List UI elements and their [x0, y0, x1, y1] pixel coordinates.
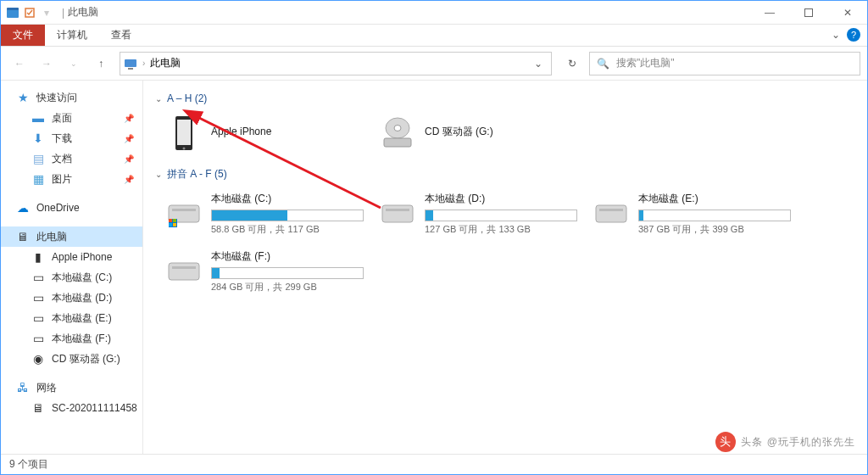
- sidebar-this-pc[interactable]: 🖥此电脑: [1, 226, 142, 247]
- svg-rect-7: [177, 120, 191, 145]
- ribbon-chevron-icon[interactable]: ⌄: [832, 29, 840, 41]
- phone-icon: ▮: [31, 250, 45, 264]
- svg-rect-11: [384, 138, 411, 147]
- chevron-down-icon: ⌄: [155, 170, 162, 179]
- minimize-button[interactable]: —: [750, 1, 789, 25]
- ribbon-tabs: 文件 计算机 查看 ⌄ ?: [1, 25, 867, 47]
- titlebar: ▾ | 此电脑 — ✕: [1, 1, 867, 25]
- address-dropdown-icon[interactable]: ⌄: [534, 58, 542, 70]
- drive-icon: ▭: [31, 332, 45, 345]
- svg-rect-18: [173, 223, 176, 226]
- cd-icon: ◉: [31, 352, 45, 366]
- svg-rect-5: [128, 68, 133, 70]
- sidebar-item-drive-f[interactable]: ▭本地磁盘 (F:): [1, 328, 142, 349]
- drive-icon: [593, 195, 630, 232]
- star-icon: ★: [16, 91, 30, 104]
- capacity-bar: [425, 210, 577, 221]
- nav-up-button[interactable]: ↑: [89, 52, 113, 75]
- download-icon: ⬇: [31, 131, 45, 145]
- sidebar-item-cd-drive[interactable]: ◉CD 驱动器 (G:): [1, 349, 142, 369]
- sidebar-network-pc[interactable]: 🖥SC-202011111458: [1, 398, 142, 418]
- svg-rect-21: [596, 205, 626, 222]
- refresh-button[interactable]: ↻: [559, 52, 586, 75]
- sidebar-item-downloads[interactable]: ⬇下载📌: [1, 128, 142, 148]
- drive-item[interactable]: 本地磁盘 (C:)58.8 GB 可用，共 117 GB: [162, 188, 365, 239]
- capacity-bar: [211, 267, 364, 279]
- sidebar-network[interactable]: 🖧网络: [1, 377, 142, 398]
- svg-rect-13: [172, 209, 196, 211]
- svg-rect-17: [169, 223, 172, 226]
- statusbar: 9 个项目: [1, 454, 867, 474]
- sidebar-item-desktop[interactable]: ▬桌面📌: [1, 108, 142, 128]
- drive-icon: ▭: [31, 271, 45, 284]
- svg-point-8: [183, 148, 186, 150]
- drive-icon: [165, 253, 203, 290]
- drive-item[interactable]: 本地磁盘 (E:)387 GB 可用，共 399 GB: [589, 188, 793, 239]
- sidebar-quick-access[interactable]: ★ 快速访问: [1, 87, 142, 108]
- nav-back-button[interactable]: ←: [8, 52, 31, 75]
- svg-rect-19: [382, 205, 413, 222]
- help-icon[interactable]: ?: [847, 28, 860, 42]
- chevron-right-icon: ›: [142, 59, 145, 68]
- drive-icon: ▭: [31, 311, 45, 325]
- drive-item[interactable]: 本地磁盘 (F:)284 GB 可用，共 299 GB: [162, 246, 365, 297]
- documents-icon: ▤: [31, 152, 45, 165]
- svg-rect-0: [7, 9, 19, 18]
- sidebar-item-pictures[interactable]: ▦图片📌: [1, 169, 142, 189]
- maximize-button[interactable]: [789, 1, 828, 25]
- device-apple-iphone[interactable]: Apple iPhone: [162, 111, 365, 155]
- device-cd-drive[interactable]: CD 驱动器 (G:): [376, 111, 579, 155]
- capacity-bar: [638, 210, 791, 221]
- nav-recent-chevron-icon[interactable]: ⌄: [62, 52, 86, 75]
- sidebar-item-iphone[interactable]: ▮Apple iPhone: [1, 247, 142, 267]
- cloud-icon: ☁: [16, 201, 30, 215]
- svg-rect-15: [169, 219, 172, 222]
- qat-properties-icon[interactable]: [23, 6, 36, 20]
- navbar: ← → ⌄ ↑ › 此电脑 ⌄ ↻ 🔍 搜索"此电脑": [1, 47, 867, 81]
- svg-rect-3: [805, 8, 813, 16]
- pin-icon: 📌: [124, 154, 134, 164]
- pc-icon: 🖥: [31, 401, 45, 415]
- drive-item[interactable]: 本地磁盘 (D:)127 GB 可用，共 133 GB: [376, 188, 579, 239]
- cd-drive-icon: [379, 115, 416, 152]
- sidebar-item-documents[interactable]: ▤文档📌: [1, 148, 142, 169]
- svg-rect-22: [599, 209, 623, 211]
- svg-rect-16: [173, 219, 176, 222]
- svg-rect-20: [386, 209, 409, 211]
- qat: ▾: [1, 6, 58, 20]
- title-separator: |: [62, 7, 64, 19]
- svg-point-10: [394, 126, 401, 131]
- tab-computer[interactable]: 计算机: [45, 25, 99, 46]
- pin-icon: 📌: [124, 134, 134, 143]
- sidebar-item-drive-e[interactable]: ▭本地磁盘 (E:): [1, 308, 142, 328]
- network-icon: 🖧: [16, 381, 30, 394]
- search-placeholder: 搜索"此电脑": [616, 56, 675, 70]
- address-bar[interactable]: › 此电脑 ⌄: [120, 52, 552, 75]
- phone-device-icon: [165, 115, 203, 152]
- svg-rect-23: [169, 263, 199, 280]
- sidebar-item-drive-d[interactable]: ▭本地磁盘 (D:): [1, 288, 142, 308]
- drive-icon: ▭: [31, 291, 45, 305]
- item-count: 9 个项目: [9, 457, 48, 472]
- drive-icon: [165, 195, 203, 232]
- pc-icon: [124, 57, 137, 70]
- app-icon: [6, 6, 19, 20]
- sidebar-item-drive-c[interactable]: ▭本地磁盘 (C:): [1, 267, 142, 288]
- main-content: ⌄ A – H (2) Apple iPhone CD 驱动器 (G:) ⌄ 拼…: [143, 81, 867, 454]
- sidebar: ★ 快速访问 ▬桌面📌 ⬇下载📌 ▤文档📌 ▦图片📌 ☁OneDrive 🖥此电…: [1, 81, 143, 454]
- address-text: 此电脑: [150, 56, 181, 70]
- close-button[interactable]: ✕: [828, 1, 867, 25]
- group-header-devices[interactable]: ⌄ A – H (2): [155, 92, 855, 104]
- sidebar-onedrive[interactable]: ☁OneDrive: [1, 198, 142, 218]
- search-icon: 🔍: [597, 58, 609, 70]
- tab-view[interactable]: 查看: [99, 25, 143, 46]
- pc-icon: 🖥: [16, 230, 30, 243]
- pin-icon: 📌: [124, 175, 134, 184]
- nav-forward-button[interactable]: →: [35, 52, 58, 75]
- svg-rect-24: [172, 266, 196, 269]
- group-header-drives[interactable]: ⌄ 拼音 A - F (5): [155, 167, 855, 182]
- chevron-down-icon: ⌄: [155, 94, 162, 103]
- search-input[interactable]: 🔍 搜索"此电脑": [589, 52, 860, 75]
- pin-icon: 📌: [124, 114, 134, 123]
- tab-file[interactable]: 文件: [1, 25, 45, 46]
